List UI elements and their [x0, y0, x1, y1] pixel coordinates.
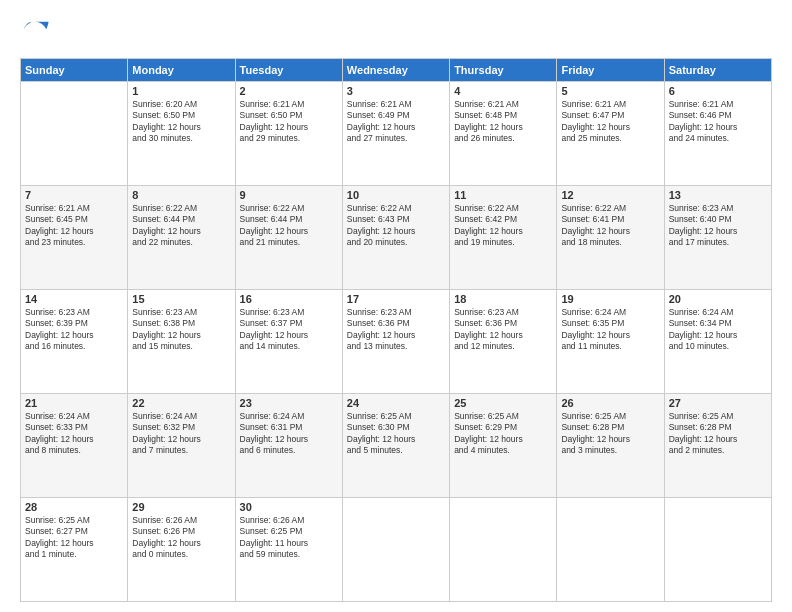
- table-row: 23Sunrise: 6:24 AMSunset: 6:31 PMDayligh…: [235, 394, 342, 498]
- cell-info: Sunrise: 6:25 AMSunset: 6:28 PMDaylight:…: [669, 411, 767, 457]
- day-number: 27: [669, 397, 767, 409]
- table-row: 11Sunrise: 6:22 AMSunset: 6:42 PMDayligh…: [450, 186, 557, 290]
- day-number: 21: [25, 397, 123, 409]
- header-saturday: Saturday: [664, 59, 771, 82]
- cell-info: Sunrise: 6:21 AMSunset: 6:49 PMDaylight:…: [347, 99, 445, 145]
- cell-info: Sunrise: 6:26 AMSunset: 6:25 PMDaylight:…: [240, 515, 338, 561]
- day-number: 8: [132, 189, 230, 201]
- table-row: 29Sunrise: 6:26 AMSunset: 6:26 PMDayligh…: [128, 498, 235, 602]
- table-row: 20Sunrise: 6:24 AMSunset: 6:34 PMDayligh…: [664, 290, 771, 394]
- table-row: 25Sunrise: 6:25 AMSunset: 6:29 PMDayligh…: [450, 394, 557, 498]
- day-number: 13: [669, 189, 767, 201]
- cell-info: Sunrise: 6:22 AMSunset: 6:43 PMDaylight:…: [347, 203, 445, 249]
- table-row: 26Sunrise: 6:25 AMSunset: 6:28 PMDayligh…: [557, 394, 664, 498]
- table-row: 22Sunrise: 6:24 AMSunset: 6:32 PMDayligh…: [128, 394, 235, 498]
- logo: [20, 18, 54, 48]
- header-wednesday: Wednesday: [342, 59, 449, 82]
- table-row: 14Sunrise: 6:23 AMSunset: 6:39 PMDayligh…: [21, 290, 128, 394]
- table-row: 27Sunrise: 6:25 AMSunset: 6:28 PMDayligh…: [664, 394, 771, 498]
- table-row: 30Sunrise: 6:26 AMSunset: 6:25 PMDayligh…: [235, 498, 342, 602]
- cell-info: Sunrise: 6:23 AMSunset: 6:38 PMDaylight:…: [132, 307, 230, 353]
- cell-info: Sunrise: 6:22 AMSunset: 6:41 PMDaylight:…: [561, 203, 659, 249]
- table-row: 2Sunrise: 6:21 AMSunset: 6:50 PMDaylight…: [235, 82, 342, 186]
- cell-info: Sunrise: 6:21 AMSunset: 6:48 PMDaylight:…: [454, 99, 552, 145]
- page: Sunday Monday Tuesday Wednesday Thursday…: [0, 0, 792, 612]
- table-row: 8Sunrise: 6:22 AMSunset: 6:44 PMDaylight…: [128, 186, 235, 290]
- table-row: 10Sunrise: 6:22 AMSunset: 6:43 PMDayligh…: [342, 186, 449, 290]
- table-row: [557, 498, 664, 602]
- table-row: 13Sunrise: 6:23 AMSunset: 6:40 PMDayligh…: [664, 186, 771, 290]
- cell-info: Sunrise: 6:23 AMSunset: 6:40 PMDaylight:…: [669, 203, 767, 249]
- cell-info: Sunrise: 6:26 AMSunset: 6:26 PMDaylight:…: [132, 515, 230, 561]
- day-number: 18: [454, 293, 552, 305]
- table-row: 7Sunrise: 6:21 AMSunset: 6:45 PMDaylight…: [21, 186, 128, 290]
- cell-info: Sunrise: 6:20 AMSunset: 6:50 PMDaylight:…: [132, 99, 230, 145]
- day-number: 23: [240, 397, 338, 409]
- day-number: 6: [669, 85, 767, 97]
- table-row: 6Sunrise: 6:21 AMSunset: 6:46 PMDaylight…: [664, 82, 771, 186]
- day-number: 7: [25, 189, 123, 201]
- table-row: 3Sunrise: 6:21 AMSunset: 6:49 PMDaylight…: [342, 82, 449, 186]
- cell-info: Sunrise: 6:24 AMSunset: 6:32 PMDaylight:…: [132, 411, 230, 457]
- table-row: 18Sunrise: 6:23 AMSunset: 6:36 PMDayligh…: [450, 290, 557, 394]
- day-number: 22: [132, 397, 230, 409]
- cell-info: Sunrise: 6:21 AMSunset: 6:50 PMDaylight:…: [240, 99, 338, 145]
- day-number: 28: [25, 501, 123, 513]
- table-row: [450, 498, 557, 602]
- table-row: 28Sunrise: 6:25 AMSunset: 6:27 PMDayligh…: [21, 498, 128, 602]
- day-number: 14: [25, 293, 123, 305]
- header-sunday: Sunday: [21, 59, 128, 82]
- cell-info: Sunrise: 6:24 AMSunset: 6:33 PMDaylight:…: [25, 411, 123, 457]
- day-number: 4: [454, 85, 552, 97]
- table-row: 16Sunrise: 6:23 AMSunset: 6:37 PMDayligh…: [235, 290, 342, 394]
- cell-info: Sunrise: 6:22 AMSunset: 6:42 PMDaylight:…: [454, 203, 552, 249]
- day-number: 29: [132, 501, 230, 513]
- cell-info: Sunrise: 6:24 AMSunset: 6:34 PMDaylight:…: [669, 307, 767, 353]
- header-monday: Monday: [128, 59, 235, 82]
- table-row: [664, 498, 771, 602]
- day-number: 16: [240, 293, 338, 305]
- table-row: 17Sunrise: 6:23 AMSunset: 6:36 PMDayligh…: [342, 290, 449, 394]
- cell-info: Sunrise: 6:21 AMSunset: 6:46 PMDaylight:…: [669, 99, 767, 145]
- day-number: 30: [240, 501, 338, 513]
- cell-info: Sunrise: 6:23 AMSunset: 6:36 PMDaylight:…: [454, 307, 552, 353]
- day-number: 5: [561, 85, 659, 97]
- table-row: 9Sunrise: 6:22 AMSunset: 6:44 PMDaylight…: [235, 186, 342, 290]
- table-row: 5Sunrise: 6:21 AMSunset: 6:47 PMDaylight…: [557, 82, 664, 186]
- weekday-header-row: Sunday Monday Tuesday Wednesday Thursday…: [21, 59, 772, 82]
- header: [20, 18, 772, 48]
- table-row: 24Sunrise: 6:25 AMSunset: 6:30 PMDayligh…: [342, 394, 449, 498]
- day-number: 26: [561, 397, 659, 409]
- header-tuesday: Tuesday: [235, 59, 342, 82]
- table-row: 1Sunrise: 6:20 AMSunset: 6:50 PMDaylight…: [128, 82, 235, 186]
- cell-info: Sunrise: 6:21 AMSunset: 6:45 PMDaylight:…: [25, 203, 123, 249]
- cell-info: Sunrise: 6:22 AMSunset: 6:44 PMDaylight:…: [240, 203, 338, 249]
- day-number: 3: [347, 85, 445, 97]
- table-row: 4Sunrise: 6:21 AMSunset: 6:48 PMDaylight…: [450, 82, 557, 186]
- day-number: 9: [240, 189, 338, 201]
- cell-info: Sunrise: 6:25 AMSunset: 6:27 PMDaylight:…: [25, 515, 123, 561]
- cell-info: Sunrise: 6:25 AMSunset: 6:28 PMDaylight:…: [561, 411, 659, 457]
- cell-info: Sunrise: 6:24 AMSunset: 6:35 PMDaylight:…: [561, 307, 659, 353]
- logo-icon: [20, 18, 50, 48]
- table-row: 21Sunrise: 6:24 AMSunset: 6:33 PMDayligh…: [21, 394, 128, 498]
- cell-info: Sunrise: 6:23 AMSunset: 6:36 PMDaylight:…: [347, 307, 445, 353]
- day-number: 1: [132, 85, 230, 97]
- cell-info: Sunrise: 6:23 AMSunset: 6:39 PMDaylight:…: [25, 307, 123, 353]
- cell-info: Sunrise: 6:24 AMSunset: 6:31 PMDaylight:…: [240, 411, 338, 457]
- day-number: 12: [561, 189, 659, 201]
- day-number: 15: [132, 293, 230, 305]
- cell-info: Sunrise: 6:25 AMSunset: 6:29 PMDaylight:…: [454, 411, 552, 457]
- day-number: 2: [240, 85, 338, 97]
- table-row: 19Sunrise: 6:24 AMSunset: 6:35 PMDayligh…: [557, 290, 664, 394]
- table-row: [21, 82, 128, 186]
- calendar-table: Sunday Monday Tuesday Wednesday Thursday…: [20, 58, 772, 602]
- day-number: 17: [347, 293, 445, 305]
- header-friday: Friday: [557, 59, 664, 82]
- header-thursday: Thursday: [450, 59, 557, 82]
- day-number: 10: [347, 189, 445, 201]
- table-row: [342, 498, 449, 602]
- day-number: 25: [454, 397, 552, 409]
- table-row: 15Sunrise: 6:23 AMSunset: 6:38 PMDayligh…: [128, 290, 235, 394]
- cell-info: Sunrise: 6:25 AMSunset: 6:30 PMDaylight:…: [347, 411, 445, 457]
